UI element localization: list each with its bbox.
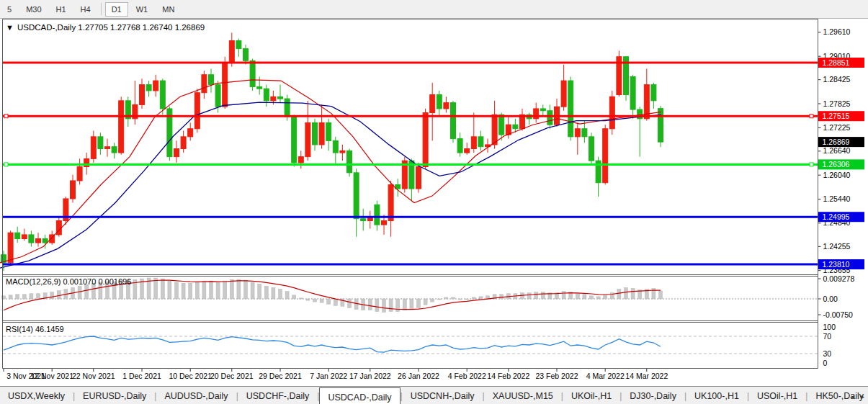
timeframe-button-d1[interactable]: D1 — [105, 2, 128, 17]
macd-histogram-bar — [30, 294, 33, 299]
candle — [257, 86, 262, 89]
y-axis-label: 1.24255 — [823, 242, 851, 251]
macd-histogram-bar — [375, 299, 379, 312]
x-axis-label: 10 Dec 2021 — [169, 372, 212, 380]
candle — [568, 81, 573, 137]
x-axis-label: 7 Jan 2022 — [310, 372, 347, 380]
candle — [333, 140, 338, 153]
line-handle[interactable] — [4, 115, 8, 118]
macd-histogram-bar — [182, 283, 185, 299]
y-axis-label: 1.27225 — [823, 123, 851, 132]
timeframe-button-h1[interactable]: H1 — [50, 2, 73, 17]
macd-histogram-bar — [285, 292, 289, 299]
macd-histogram-bar — [465, 299, 469, 300]
candle — [651, 85, 656, 101]
timeframe-button-w1[interactable]: W1 — [130, 2, 155, 17]
macd-histogram-bar — [264, 286, 268, 299]
macd-histogram-bar — [527, 293, 531, 299]
candle — [243, 49, 249, 61]
rsi-axis-label: 70 — [823, 332, 832, 341]
timeframe-button-5[interactable]: 5 — [1, 2, 18, 17]
candle — [437, 95, 442, 109]
line-handle[interactable] — [4, 163, 8, 166]
price-badge-label: 1.24995 — [823, 212, 850, 221]
macd-histogram-bar — [320, 299, 323, 302]
timeframe-button-h4[interactable]: H4 — [74, 2, 97, 17]
tab-uk100-h1[interactable]: UK100-,H1 — [686, 387, 747, 404]
trading-platform-window: 5M30H1H4D1W1MN ▼USDCAD-,Daily 1.27705 1.… — [0, 0, 868, 404]
macd-histogram-bar — [562, 292, 565, 299]
macd-histogram-bar — [583, 295, 586, 299]
candle — [77, 167, 82, 181]
macd-histogram-bar — [168, 281, 171, 299]
macd-histogram-bar — [431, 299, 434, 302]
tab-usdcnh-daily[interactable]: USDCNH-,Daily — [403, 387, 483, 404]
timeframe-button-m30[interactable]: M30 — [19, 2, 48, 17]
candle — [15, 233, 20, 238]
tab-ukoil-h1[interactable]: UKOil-,H1 — [563, 387, 619, 404]
price-chart-canvas[interactable]: ▼USDCAD-,Daily 1.27705 1.27768 1.26740 1… — [0, 19, 868, 386]
timeframe-button-mn[interactable]: MN — [156, 2, 181, 17]
candle — [354, 173, 359, 219]
macd-histogram-bar — [251, 282, 254, 299]
tab-scroll-left-icon[interactable]: ◂ — [851, 392, 854, 400]
tab-dj30-daily[interactable]: DJ30-,Daily — [622, 387, 684, 404]
candle — [42, 239, 48, 243]
candle — [540, 109, 545, 111]
candle — [236, 41, 241, 49]
macd-histogram-bar — [195, 282, 199, 299]
tab-usdcad-daily[interactable]: USDCAD-,Daily — [319, 387, 400, 404]
candle — [513, 125, 518, 129]
x-axis-label: 26 Jan 2022 — [398, 372, 439, 380]
tab-audusd-daily[interactable]: AUDUSD-,Daily — [156, 387, 236, 404]
candle — [416, 167, 421, 189]
candle — [188, 129, 193, 137]
candle — [209, 75, 214, 85]
candle — [22, 235, 27, 239]
rsi-axis-label: 100 — [823, 323, 836, 331]
macd-histogram-bar — [576, 294, 579, 299]
candle — [105, 147, 110, 149]
macd-histogram-bar — [175, 282, 179, 299]
x-axis-label: 4 Feb 2022 — [448, 372, 486, 380]
candle — [492, 115, 497, 145]
macd-histogram-bar — [237, 279, 241, 299]
x-axis-label: 14 Feb 2022 — [487, 372, 529, 380]
macd-histogram-bar — [424, 299, 427, 305]
macd-histogram-bar — [306, 299, 310, 300]
macd-histogram-bar — [230, 279, 233, 299]
macd-histogram-bar — [541, 292, 545, 299]
candle — [112, 147, 117, 153]
candle — [340, 151, 345, 153]
line-handle[interactable] — [810, 163, 813, 166]
macd-histogram-bar — [631, 289, 635, 299]
candle — [589, 137, 594, 161]
candle — [29, 235, 34, 243]
macd-axis-label: 0.00 — [823, 295, 838, 303]
tab-eurusd-daily[interactable]: EURUSD-,Daily — [75, 387, 154, 404]
macd-histogram-bar — [313, 299, 317, 302]
candle — [153, 81, 158, 91]
chart-dropdown-icon[interactable]: ▼ — [6, 23, 14, 32]
macd-histogram-bar — [22, 295, 26, 299]
macd-histogram-bar — [617, 289, 621, 299]
tab-usoil-h1[interactable]: USOil-,H1 — [749, 387, 805, 404]
macd-histogram-bar — [258, 284, 261, 299]
timeframe-toolbar: 5M30H1H4D1W1MN — [0, 0, 868, 19]
tab-usdx-weekly[interactable]: USDX,Weekly — [0, 387, 73, 404]
line-handle[interactable] — [810, 115, 813, 118]
macd-histogram-bar — [216, 282, 220, 299]
tab-usdchf-daily[interactable]: USDCHF-,Daily — [238, 387, 318, 404]
candle — [451, 103, 456, 139]
macd-histogram-bar — [479, 297, 483, 299]
macd-histogram-bar — [334, 299, 337, 305]
macd-histogram-bar — [389, 299, 393, 312]
macd-histogram-bar — [410, 299, 413, 309]
tab-xauusd-m15[interactable]: XAUUSD-,M15 — [485, 387, 561, 404]
tab-scroll-right-icon[interactable]: ▸ — [861, 392, 864, 400]
chart-background — [0, 19, 868, 386]
rsi-axis-label: 30 — [823, 349, 832, 358]
candle — [278, 96, 283, 99]
macd-histogram-bar — [659, 291, 663, 299]
macd-histogram-bar — [279, 289, 282, 299]
